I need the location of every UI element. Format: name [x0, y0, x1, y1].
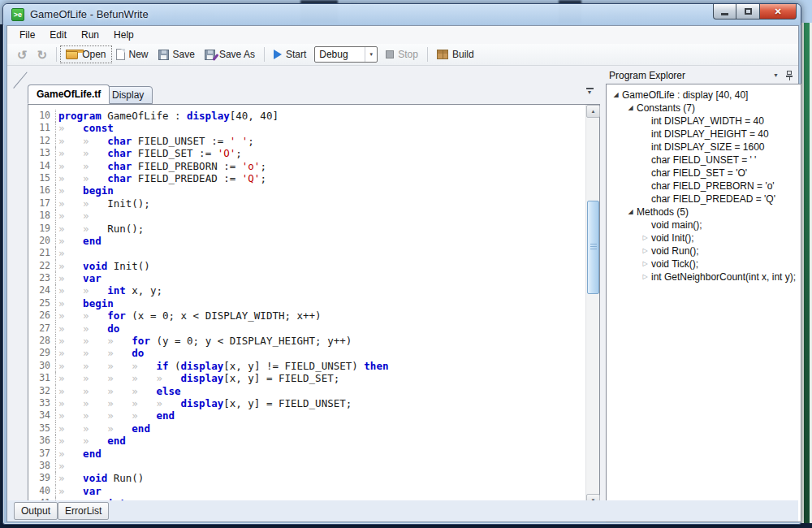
collapsed-arrow-icon[interactable]: ▷ [640, 245, 650, 258]
tree-item[interactable]: ◢Constants (7) [607, 102, 801, 115]
code-line[interactable]: 17» » Init(); [28, 197, 585, 210]
code-line[interactable]: 21» [28, 247, 585, 259]
code-line[interactable]: 16» begin [28, 184, 585, 197]
tab-marker: » [132, 397, 156, 409]
redo-button[interactable]: ↻ [32, 46, 53, 63]
collapsed-arrow-icon[interactable]: ▷ [640, 258, 650, 270]
pin-icon[interactable] [785, 70, 793, 80]
code-line[interactable]: 23» var [28, 272, 585, 284]
code-line[interactable]: 10program GameOfLife : display[40, 40] [28, 110, 585, 122]
tree-item[interactable]: ▷int GetNeighborCount(int x, int y); [607, 270, 801, 283]
tree-item[interactable]: ◢GameOfLife : display [40, 40] [607, 89, 801, 102]
line-number: 24 [28, 284, 56, 296]
chevron-down-icon[interactable]: ▼ [365, 47, 377, 62]
code-line[interactable]: 15» » char FIELD_PREDEAD := 'Q'; [28, 172, 585, 184]
collapse-chevron-icon[interactable]: ▼ [583, 88, 596, 99]
save-as-button[interactable]: Save As [200, 46, 260, 63]
bottom-panel-band [7, 500, 798, 522]
code-line[interactable]: 38» [28, 460, 585, 472]
undo-icon: ↺ [17, 49, 28, 61]
code-line[interactable]: 25» begin [28, 297, 585, 309]
code-line[interactable]: 32» » » » else [28, 385, 585, 397]
close-button[interactable]: ✕ [760, 4, 797, 19]
tree-item[interactable]: ◢Methods (5) [607, 206, 801, 219]
minimize-button[interactable] [713, 4, 736, 19]
start-button[interactable]: Start [269, 46, 311, 63]
scroll-up-button[interactable]: ▲ [586, 105, 600, 118]
tab-errorlist[interactable]: ErrorList [58, 502, 109, 520]
code-line[interactable]: 22» void Init() [28, 260, 585, 272]
code-line[interactable]: 13» » char FIELD_SET := 'O'; [28, 147, 585, 159]
tab-marker: » [83, 409, 107, 422]
tree-item[interactable]: int DISPLAY_SIZE = 1600 [607, 141, 801, 154]
tab-marker: » [107, 397, 132, 409]
menu-file[interactable]: File [12, 28, 42, 42]
menu-help[interactable]: Help [106, 28, 141, 42]
code-line[interactable]: 40» var [28, 485, 585, 497]
tree-item-label: void Tick(); [650, 258, 698, 270]
tree-item[interactable]: ▷void Init(); [607, 232, 801, 245]
open-button[interactable]: Open [61, 46, 110, 63]
code-editor: 10program GameOfLife : display[40, 40]11… [28, 104, 600, 522]
code-line[interactable]: 31» » » » » display[x, y] = FIELD_SET; [28, 372, 585, 384]
tree-item[interactable]: char FIELD_SET = 'O' [607, 167, 801, 180]
code-line[interactable]: 37» end [28, 448, 585, 460]
code-line[interactable]: 19» » Run(); [28, 223, 585, 235]
new-button[interactable]: New [111, 46, 153, 63]
build-button[interactable]: Build [432, 46, 479, 63]
line-number: 14 [28, 160, 56, 172]
code-line[interactable]: 26» » for (x = 0; x < DISPLAY_WIDTH; x++… [28, 309, 585, 322]
code-line[interactable]: 39» void Run() [28, 472, 585, 484]
code-line[interactable]: 33» » » » » display[x, y] = FIELD_UNSET; [28, 397, 585, 409]
code-line[interactable]: 29» » » do [28, 347, 585, 359]
tree-item[interactable]: int DISPLAY_WIDTH = 40 [607, 115, 801, 128]
code-line[interactable]: 24» » int x, y; [28, 284, 585, 296]
code-area[interactable]: 10program GameOfLife : display[40, 40]11… [28, 105, 585, 507]
code-line[interactable]: 28» » » for (y = 0; y < DISPLAY_HEIGHT; … [28, 335, 585, 347]
tree-item-label: Methods (5) [636, 206, 689, 219]
tab-marker: » [83, 210, 107, 222]
collapsed-arrow-icon[interactable]: ▷ [640, 270, 650, 283]
code-line[interactable]: 35» » » end [28, 422, 585, 435]
line-number: 38 [28, 460, 56, 472]
panel-menu-icon[interactable]: ▼ [773, 72, 779, 78]
vertical-scrollbar[interactable]: ▲ ▼ [585, 105, 599, 507]
menu-run[interactable]: Run [74, 28, 106, 42]
expanded-arrow-icon[interactable]: ◢ [625, 102, 636, 115]
code-line[interactable]: 12» » char FIELD_UNSET := ' '; [28, 135, 585, 147]
tab-display[interactable]: Display [103, 86, 153, 104]
save-button[interactable]: Save [153, 46, 200, 63]
code-line[interactable]: 27» » do [28, 322, 585, 335]
tree-item[interactable]: void main(); [607, 219, 801, 232]
code-line[interactable]: 14» » char FIELD_PREBORN := 'o'; [28, 160, 585, 172]
tab-output[interactable]: Output [14, 502, 58, 520]
code-line[interactable]: 11» const [28, 122, 585, 134]
code-line[interactable]: 18» » [28, 210, 585, 222]
stop-button[interactable]: Stop [381, 46, 423, 63]
title-bar[interactable]: >e GameOfLife - BefunWrite ✕ [3, 4, 801, 25]
screen: ★ Favorites Name ★ Favorites >e GameOfLi… [0, 0, 812, 528]
tab-marker: » [83, 172, 107, 184]
tab-marker: » [83, 435, 107, 447]
tab-gameoflife-tf[interactable]: GameOfLife.tf [28, 84, 110, 104]
code-line[interactable]: 34» » » » end [28, 409, 585, 422]
code-line[interactable]: 30» » » » if (display[x, y] != FIELD_UNS… [28, 360, 585, 372]
maximize-button[interactable] [736, 4, 760, 19]
expanded-arrow-icon[interactable]: ◢ [625, 206, 636, 219]
menu-edit[interactable]: Edit [42, 28, 74, 42]
tree-item[interactable]: char FIELD_PREBORN = 'o' [607, 180, 801, 193]
tree-item[interactable]: char FIELD_UNSET = ' ' [607, 154, 801, 167]
undo-button[interactable]: ↺ [12, 46, 32, 63]
expanded-arrow-icon[interactable]: ◢ [611, 89, 621, 102]
code-line[interactable]: 20» end [28, 235, 585, 247]
tree-item[interactable]: ▷void Run(); [607, 245, 801, 258]
tree-item[interactable]: ▷void Tick(); [607, 258, 801, 270]
vertical-scroll-thumb[interactable] [587, 201, 599, 294]
save-as-label: Save As [219, 49, 255, 60]
save-as-icon [205, 50, 215, 60]
collapsed-arrow-icon[interactable]: ▷ [640, 232, 650, 245]
tree-item[interactable]: int DISPLAY_HEIGHT = 40 [607, 128, 801, 141]
tree-item[interactable]: char FIELD_PREDEAD = 'Q' [607, 193, 801, 206]
code-line[interactable]: 36» » end [28, 435, 585, 447]
debug-mode-select[interactable]: Debug ▼ [314, 46, 378, 63]
